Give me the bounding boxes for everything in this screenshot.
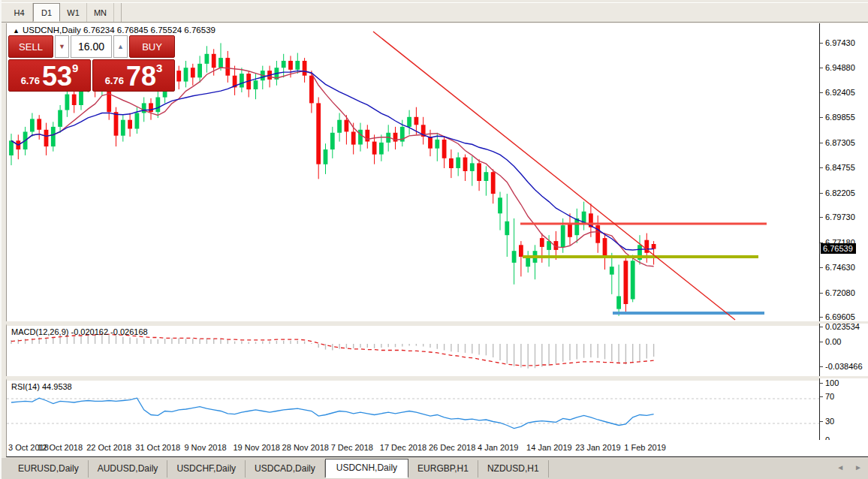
date-axis-label: 31 Oct 2018	[135, 443, 180, 452]
rsi-name: RSI(14)	[11, 382, 40, 391]
date-axis-label: 4 Jan 2019	[478, 443, 518, 452]
rsi-axis-label: 70	[820, 392, 834, 401]
date-axis-label: 9 Nov 2018	[184, 443, 226, 452]
date-axis-label: 14 Jan 2019	[526, 443, 572, 452]
macd-axis-label: 0.00	[820, 337, 841, 346]
buy-price-prefix: 6.76	[105, 75, 124, 86]
sell-price-pip: 9	[72, 62, 78, 74]
chart-ohlc-values: 6.76234 6.76845 6.75524 6.76539	[83, 26, 215, 35]
rsi-axis-label: 100	[820, 378, 839, 387]
rsi-value: 44.9538	[42, 382, 72, 391]
timeframe-tab-w1[interactable]: W1	[60, 3, 87, 22]
date-axis-label: 23 Jan 2019	[575, 443, 621, 452]
tab-scroll-left-icon[interactable]: ◄	[836, 463, 844, 471]
price-axis-label: 6.92405	[820, 88, 855, 97]
price-axis-label: 6.79730	[820, 212, 855, 221]
rsi-panel[interactable]: RSI(14) 44.9538	[6, 378, 819, 440]
timeframe-tab-h4[interactable]: H4	[6, 3, 33, 22]
tab-scroll-buttons: ◄ ►	[836, 463, 862, 471]
price-axis-label: 6.87305	[820, 138, 855, 147]
symbol-tab-eurgbp[interactable]: EURGBP,H1	[408, 460, 478, 477]
symbol-tab-usdcad[interactable]: USDCAD,Daily	[246, 460, 325, 477]
sell-button[interactable]: SELL	[8, 35, 53, 58]
timeframe-bar: H4D1W1MN	[2, 2, 868, 23]
price-axis-label: 6.82205	[820, 188, 855, 197]
one-click-trading-panel: SELL ▼ ▲ BUY 6.76 53 9 6.76 78 3	[8, 35, 175, 92]
timeframe-tab-d1[interactable]: D1	[33, 3, 60, 22]
date-axis-label: 17 Dec 2018	[380, 443, 426, 452]
symbol-tab-audusd[interactable]: AUDUSD,Daily	[89, 460, 168, 477]
buy-price-pip: 3	[156, 62, 162, 74]
date-axis-label: 19 Nov 2018	[234, 443, 280, 452]
symbol-tab-usdchf[interactable]: USDCHF,Daily	[167, 460, 246, 477]
macd-axis-label: -0.038466	[820, 362, 863, 371]
buy-price-big: 78	[126, 65, 156, 89]
sell-price-big: 53	[42, 65, 72, 89]
rsi-label: RSI(14) 44.9538	[11, 382, 72, 391]
macd-label: MACD(12,26,9) -0.020162 -0.026168	[11, 327, 148, 336]
date-axis-label: 1 Feb 2019	[624, 443, 666, 452]
price-axis-label: 6.94880	[820, 63, 855, 72]
timeframe-bar-divider	[114, 3, 122, 22]
price-axis-label: 6.84755	[820, 163, 855, 172]
sell-price-display[interactable]: 6.76 53 9	[8, 59, 91, 92]
symbol-tab-eurusd[interactable]: EURUSD,Daily	[9, 460, 89, 477]
macd-axis-label: 0.023534	[820, 322, 860, 331]
chart-symbol-label: USDCNH,Daily	[23, 26, 81, 35]
current-price-badge: 6.76539	[821, 243, 856, 254]
date-axis-label: 26 Dec 2018	[429, 443, 475, 452]
rsi-axis: 10070300	[819, 378, 868, 440]
main-chart-panel[interactable]: ▲USDCNH,Daily 6.76234 6.76845 6.75524 6.…	[6, 23, 819, 321]
date-axis-label: 22 Oct 2018	[86, 443, 131, 452]
terminal-window: H4D1W1MN ▲USDCNH,Daily 6.76234 6.76845 6…	[0, 0, 868, 479]
price-axis-label: 6.97430	[820, 38, 855, 47]
macd-axis: 0.0235340.00-0.038466	[819, 324, 868, 376]
date-axis-label: 12 Oct 2018	[38, 443, 83, 452]
collapse-triangle-icon[interactable]: ▲	[13, 27, 20, 35]
sell-price-prefix: 6.76	[21, 75, 40, 86]
macd-panel[interactable]: MACD(12,26,9) -0.020162 -0.026168	[6, 324, 819, 376]
date-axis-label: 7 Dec 2018	[331, 443, 373, 452]
chart-title: ▲USDCNH,Daily 6.76234 6.76845 6.75524 6.…	[13, 26, 215, 35]
price-axis-label: 6.72080	[820, 288, 855, 297]
symbol-tab-nzdusd[interactable]: NZDUSD,H1	[478, 460, 549, 477]
rsi-axis-label: 30	[820, 417, 834, 426]
price-axis-label: 6.69605	[820, 312, 855, 321]
volume-decrease-button[interactable]: ▼	[55, 35, 69, 58]
symbol-tab-bar: EURUSD,DailyAUDUSD,DailyUSDCHF,DailyUSDC…	[2, 458, 868, 477]
macd-values: -0.020162 -0.026168	[71, 327, 147, 336]
date-axis-label: 28 Nov 2018	[282, 443, 329, 452]
price-axis[interactable]: 6.974306.948806.924056.898556.873056.847…	[819, 23, 868, 321]
symbol-tab-usdcnh[interactable]: USDCNH,Daily	[325, 459, 408, 478]
volume-increase-button[interactable]: ▲	[113, 35, 128, 58]
date-axis[interactable]: 3 Oct 201812 Oct 201822 Oct 201831 Oct 2…	[6, 440, 868, 457]
price-axis-label: 6.89855	[820, 113, 855, 122]
timeframe-tab-mn[interactable]: MN	[87, 3, 114, 22]
volume-input[interactable]	[71, 35, 112, 58]
rsi-chart	[7, 381, 820, 440]
macd-name: MACD(12,26,9)	[11, 327, 68, 336]
buy-price-display[interactable]: 6.76 78 3	[92, 59, 175, 92]
tab-scroll-right-icon[interactable]: ►	[854, 463, 862, 471]
buy-button[interactable]: BUY	[129, 35, 175, 58]
price-axis-label: 6.74630	[820, 263, 855, 272]
